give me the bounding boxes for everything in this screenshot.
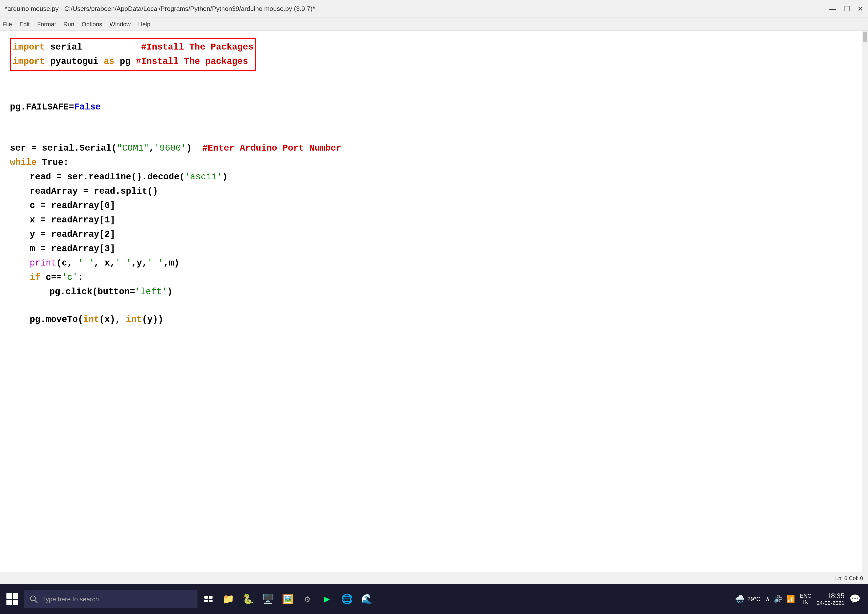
svg-rect-3: [13, 600, 18, 605]
window-controls: — ❐ ✕: [829, 5, 863, 13]
code-line-if: if c=='c':: [10, 270, 852, 285]
code-line-2: import pyautogui as pg #Install The pack…: [13, 54, 253, 69]
search-icon: [29, 595, 38, 604]
empty-line-4: [10, 128, 852, 141]
svg-rect-1: [13, 593, 18, 598]
empty-line-2: [10, 87, 852, 100]
menu-file[interactable]: File: [3, 21, 12, 28]
menu-help[interactable]: Help: [138, 21, 150, 28]
titlebar: *arduino mouse.py - C:/Users/prabeen/App…: [0, 0, 868, 18]
clock[interactable]: 18:35 24-09-2021: [817, 592, 845, 606]
menu-run[interactable]: Run: [64, 21, 74, 28]
code-line-serial: ser = serial.Serial("COM1",'9600') #Ente…: [10, 141, 852, 155]
code-line-y: y = readArray[2]: [10, 227, 852, 242]
browser2-icon: 🌊: [361, 594, 373, 605]
weather-temp: 29°C: [747, 596, 761, 603]
svg-point-4: [31, 596, 36, 601]
lang-top: ENG: [800, 593, 812, 599]
svg-rect-2: [6, 600, 12, 605]
weather-icon: 🌧️: [735, 594, 745, 604]
code-editor[interactable]: import serial #Install The Packages impo…: [0, 31, 862, 572]
code-line-click: pg.click(button='left'): [10, 285, 852, 299]
menu-options[interactable]: Options: [82, 21, 102, 28]
start-button[interactable]: [3, 589, 22, 609]
empty-line-3: [10, 114, 852, 128]
task-view-button[interactable]: [200, 590, 217, 608]
weather-widget: 🌧️ 29°C: [735, 594, 761, 604]
chevron-up-icon[interactable]: ∧: [766, 595, 770, 603]
window-title: *arduino mouse.py - C:/Users/prabeen/App…: [5, 5, 315, 12]
code-line-read: read = ser.readline().decode('ascii'): [10, 170, 852, 184]
folder-icon: 📁: [222, 594, 234, 605]
chrome-button[interactable]: 🌐: [338, 590, 356, 608]
code-line-readarray: readArray = read.split(): [10, 184, 852, 199]
network-icon[interactable]: 📶: [786, 595, 795, 603]
clock-date: 24-09-2021: [817, 600, 845, 606]
app-icon-1[interactable]: 🖥️: [259, 590, 277, 608]
photos-icon: 🖼️: [282, 594, 293, 605]
windows-icon: [6, 593, 19, 606]
dev-button[interactable]: ▶: [318, 590, 336, 608]
code-line-m: m = readArray[3]: [10, 242, 852, 256]
empty-line-5: [10, 299, 852, 312]
menubar: File Edit Format Run Options Window Help: [0, 18, 868, 31]
taskbar-right-area: 🌧️ 29°C ∧ 🔊 📶 ENG IN 18:35 24-09-2021 💬: [735, 592, 865, 606]
python-button[interactable]: 🐍: [239, 590, 257, 608]
dev-icon: ▶: [324, 594, 330, 605]
python-icon: 🐍: [242, 594, 254, 605]
taskbar: Type here to search 📁 🐍 🖥️ 🖼️ ⚙️ ▶ 🌐 🌊: [0, 584, 868, 614]
code-line-print: print(c, ' ', x,' ',y,' ',m): [10, 256, 852, 270]
statusbar: Ln: 6 Col: 0: [0, 572, 868, 584]
file-explorer-button[interactable]: 📁: [219, 590, 237, 608]
settings-icon: ⚙️: [305, 594, 310, 605]
code-line-1: import serial #Install The Packages: [13, 40, 253, 54]
menu-format[interactable]: Format: [37, 21, 56, 28]
empty-line-1: [10, 73, 852, 87]
maximize-button[interactable]: ❐: [844, 5, 850, 13]
svg-rect-0: [6, 593, 12, 598]
svg-line-5: [35, 600, 37, 603]
system-tray: ∧ 🔊 📶: [766, 595, 795, 603]
language-indicator[interactable]: ENG IN: [800, 593, 812, 606]
status-text: Ln: 6 Col: 0: [835, 575, 863, 581]
settings-button[interactable]: ⚙️: [298, 590, 316, 608]
chrome-icon: 🌐: [341, 594, 353, 605]
task-view-icon: [205, 596, 212, 602]
code-line-failsafe: pg.FAILSAFE=False: [10, 100, 852, 114]
taskbar-search[interactable]: Type here to search: [24, 590, 197, 608]
code-line-while: while True:: [10, 155, 852, 170]
scrollbar-thumb[interactable]: [863, 32, 867, 42]
scrollbar[interactable]: [862, 31, 868, 572]
minimize-button[interactable]: —: [829, 5, 836, 13]
browser2-button[interactable]: 🌊: [358, 590, 376, 608]
menu-window[interactable]: Window: [110, 21, 131, 28]
app1-icon: 🖥️: [262, 594, 274, 605]
volume-icon[interactable]: 🔊: [774, 595, 783, 603]
photos-button[interactable]: 🖼️: [279, 590, 296, 608]
search-placeholder-text: Type here to search: [42, 595, 99, 603]
import-highlight-box: import serial #Install The Packages impo…: [10, 38, 256, 71]
code-line-moveto: pg.moveTo(int(x), int(y)): [10, 312, 852, 327]
code-line-x: x = readArray[1]: [10, 213, 852, 227]
menu-edit[interactable]: Edit: [20, 21, 30, 28]
notification-icon[interactable]: 💬: [849, 594, 860, 605]
clock-time: 18:35: [827, 592, 845, 600]
code-line-c: c = readArray[0]: [10, 199, 852, 213]
close-button[interactable]: ✕: [857, 5, 863, 13]
lang-bottom: IN: [803, 599, 809, 606]
